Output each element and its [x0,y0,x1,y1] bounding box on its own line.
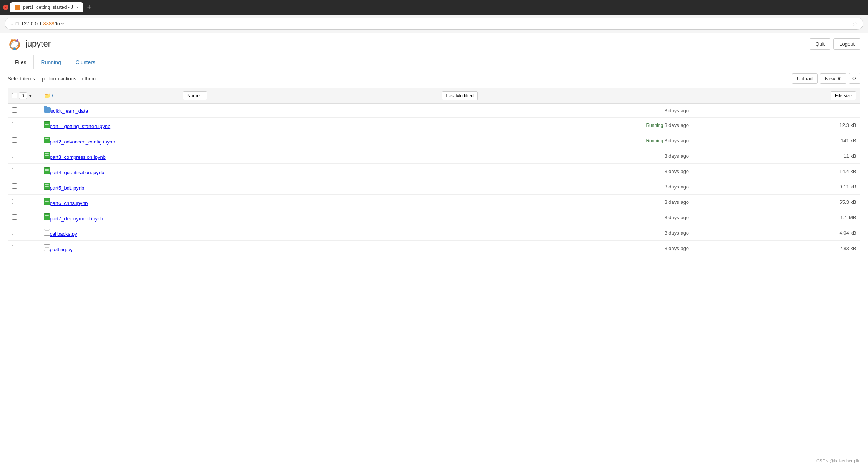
row-size-cell: 4.04 kB [693,225,860,241]
new-tab-button[interactable]: + [85,3,94,12]
row-checkbox[interactable] [12,168,17,173]
row-checkbox-cell [8,164,40,179]
row-name-text: part1_getting_started.ipynb [50,123,111,129]
row-name-cell: plotting.py [40,241,438,256]
row-checkbox[interactable] [12,230,17,235]
row-size-cell: 12.3 kB [693,118,860,133]
row-checkbox-cell [8,195,40,210]
jupyter-logo: jupyter [8,37,51,51]
row-name-text: callbacks.py [50,231,77,237]
jupyter-logo-icon [8,37,22,51]
row-modified-cell: 3 days ago [438,179,693,195]
row-name-link[interactable]: part4_quantization.ipynb [44,170,105,175]
row-checkbox[interactable] [12,107,17,113]
address-text: 127.0.0.1:8888/tree [21,21,65,27]
row-modified-cell: Running 3 days ago [438,118,693,133]
row-name-link[interactable]: callbacks.py [44,231,77,237]
row-checkbox-cell [8,104,40,118]
table-row: callbacks.py3 days ago4.04 kB [8,225,860,241]
modified-sort-header[interactable]: Last Modified [438,88,693,104]
row-name-cell: callbacks.py [40,225,438,241]
row-name-link[interactable]: part5_bdt.ipynb [44,185,85,191]
row-checkbox[interactable] [12,183,17,189]
notebook-icon [44,152,50,159]
row-checkbox[interactable] [12,245,17,250]
address-input[interactable]: ○ □ 127.0.0.1:8888/tree ☆ [5,18,863,30]
notebook-icon [44,121,50,128]
row-name-text: part2_advanced_config.ipynb [50,139,115,145]
row-name-cell: part6_cnns.ipynb [40,195,438,210]
row-modified-cell: 3 days ago [438,225,693,241]
tab-close-button[interactable]: × [76,5,78,10]
row-name-cell: part7_deployment.ipynb [40,210,438,225]
row-checkbox[interactable] [12,214,17,220]
name-sort-header[interactable]: Name ↓ [179,88,438,104]
header-buttons: Quit Logout [810,38,860,50]
size-sort-header[interactable]: File size [693,88,860,104]
row-checkbox-cell [8,148,40,164]
jupyter-header: jupyter Quit Logout [0,33,868,55]
page-icon: □ [16,21,19,27]
row-name-link[interactable]: plotting.py [44,247,73,252]
tab-favicon [15,5,20,10]
jupyter-title: jupyter [25,39,51,49]
row-modified-cell: 3 days ago [438,104,693,118]
python-icon [44,244,50,251]
row-name-link[interactable]: part2_advanced_config.ipynb [44,139,115,145]
tab-clusters[interactable]: Clusters [68,55,103,69]
table-row: part2_advanced_config.ipynbRunning 3 day… [8,133,860,148]
notebook-icon [44,213,50,220]
count-dropdown-arrow[interactable]: ▼ [28,94,32,98]
quit-button[interactable]: Quit [810,38,830,50]
tab-running[interactable]: Running [34,55,68,69]
folder-icon: 📁 [44,93,50,99]
tab-bar: × part1_getting_started - J × + [3,2,93,12]
python-icon [44,229,50,236]
new-dropdown-arrow: ▼ [836,76,841,82]
tab-files[interactable]: Files [8,55,34,69]
active-tab[interactable]: part1_getting_started - J × [10,2,83,12]
table-row: part5_bdt.ipynb3 days ago9.11 kB [8,179,860,195]
row-name-link[interactable]: part3_compression.ipynb [44,154,106,160]
svg-point-4 [16,39,18,42]
notebook-icon [44,167,50,174]
folder-path[interactable]: 📁 / [44,93,175,99]
row-checkbox[interactable] [12,153,17,158]
row-checkbox[interactable] [12,122,17,127]
row-size-cell: 141 kB [693,133,860,148]
upload-button[interactable]: Upload [792,73,818,84]
folder-icon [44,107,51,113]
row-size-cell: 55.3 kB [693,195,860,210]
svg-point-3 [11,39,13,42]
checkbox-count: 0 ▼ [12,92,32,99]
new-button[interactable]: New ▼ [820,73,846,84]
row-name-text: scikit_learn_data [51,108,88,114]
bookmark-icon[interactable]: ☆ [852,20,858,27]
window-close-button[interactable]: × [3,5,8,10]
table-row: part4_quantization.ipynb3 days ago14.4 k… [8,164,860,179]
refresh-button[interactable]: ⟳ [849,73,860,84]
row-size-cell: 11 kB [693,148,860,164]
row-checkbox-cell [8,133,40,148]
row-checkbox-cell [8,210,40,225]
row-name-link[interactable]: part1_getting_started.ipynb [44,123,111,129]
table-row: part6_cnns.ipynb3 days ago55.3 kB [8,195,860,210]
file-browser-toolbar: Select items to perform actions on them.… [8,73,860,84]
row-name-text: part7_deployment.ipynb [50,216,103,222]
row-size-cell: 2.83 kB [693,241,860,256]
row-checkbox[interactable] [12,137,17,143]
size-sort-button[interactable]: File size [831,91,856,100]
logout-button[interactable]: Logout [833,38,860,50]
row-name-cell: part3_compression.ipynb [40,148,438,164]
row-name-link[interactable]: scikit_learn_data [44,108,88,114]
modified-sort-button[interactable]: Last Modified [442,91,478,100]
name-sort-button[interactable]: Name ↓ [183,91,207,100]
row-name-link[interactable]: part7_deployment.ipynb [44,216,103,222]
row-size-cell [693,104,860,118]
row-name-link[interactable]: part6_cnns.ipynb [44,200,88,206]
select-all-checkbox[interactable] [12,93,17,98]
table-row: part1_getting_started.ipynbRunning 3 day… [8,118,860,133]
row-name-text: part6_cnns.ipynb [50,200,88,206]
row-checkbox[interactable] [12,199,17,204]
selected-count: 0 [19,92,27,99]
